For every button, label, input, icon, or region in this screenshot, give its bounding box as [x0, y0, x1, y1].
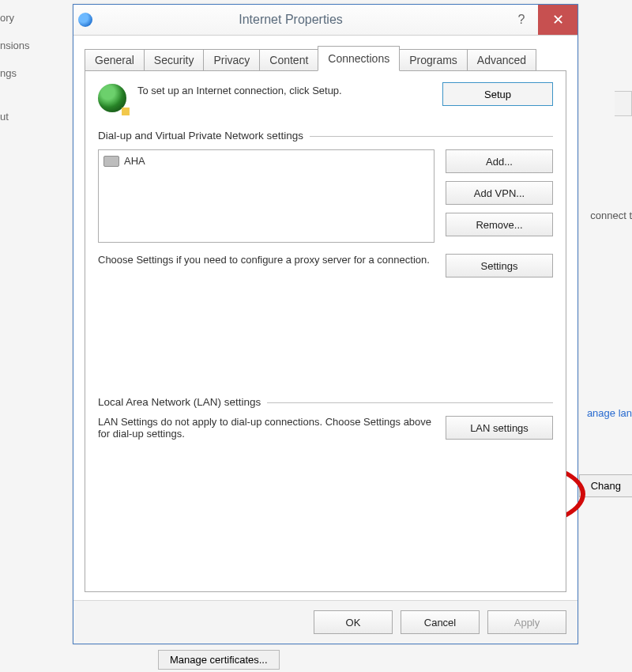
setup-description: To set up an Internet connection, click …: [137, 82, 431, 98]
globe-icon: [98, 84, 126, 112]
bg-item: nsions: [0, 32, 75, 59]
bg-item: ngs: [0, 59, 75, 87]
help-button[interactable]: ?: [505, 5, 538, 35]
dialog-footer: OK Cancel Apply: [73, 600, 577, 644]
background-sidebar: ory nsions ngs ut: [0, 4, 75, 130]
bg-link[interactable]: anage lan: [587, 407, 632, 419]
manage-certificates-button[interactable]: Manage certificates...: [158, 650, 280, 670]
lan-group-header: Local Area Network (LAN) settings: [98, 396, 553, 408]
dialup-group-label: Dial-up and Virtual Private Network sett…: [98, 130, 303, 142]
tab-general[interactable]: General: [85, 49, 145, 71]
lan-description: LAN Settings do not apply to dial-up con…: [98, 416, 434, 440]
bg-change-button[interactable]: Chang: [579, 474, 632, 497]
bg-item: ut: [0, 103, 75, 130]
add-vpn-button[interactable]: Add VPN...: [446, 181, 553, 205]
lan-group-label: Local Area Network (LAN) settings: [98, 396, 261, 408]
connections-listbox[interactable]: AHA: [98, 149, 434, 243]
apply-button[interactable]: Apply: [487, 610, 566, 634]
tab-advanced[interactable]: Advanced: [467, 49, 536, 71]
titlebar: Internet Properties ? ✕: [73, 5, 577, 36]
lan-settings-button[interactable]: LAN settings: [446, 416, 553, 440]
bg-item: ory: [0, 4, 75, 32]
bg-text: connect t: [590, 210, 632, 221]
internet-options-icon: [78, 13, 92, 27]
setup-button[interactable]: Setup: [442, 82, 553, 106]
add-button[interactable]: Add...: [446, 149, 553, 173]
list-item-label: AHA: [124, 155, 145, 167]
dialog-content: General Security Privacy Content Connect…: [73, 36, 577, 600]
proxy-description: Choose Settings if you need to configure…: [98, 254, 434, 266]
list-item[interactable]: AHA: [102, 153, 431, 168]
internet-properties-dialog: Internet Properties ? ✕ General Security…: [73, 4, 578, 644]
cancel-button[interactable]: Cancel: [401, 610, 480, 634]
tab-connections[interactable]: Connections: [318, 46, 400, 71]
tab-programs[interactable]: Programs: [399, 49, 468, 71]
tab-strip: General Security Privacy Content Connect…: [85, 45, 566, 70]
remove-button[interactable]: Remove...: [446, 213, 553, 236]
tab-security[interactable]: Security: [144, 49, 205, 71]
settings-button[interactable]: Settings: [446, 254, 553, 277]
tab-privacy[interactable]: Privacy: [203, 49, 260, 71]
dialup-group-header: Dial-up and Virtual Private Network sett…: [98, 130, 553, 142]
tab-content[interactable]: Content: [259, 49, 318, 71]
close-button[interactable]: ✕: [538, 5, 577, 35]
connections-panel: To set up an Internet connection, click …: [85, 70, 566, 592]
ok-button[interactable]: OK: [314, 610, 393, 634]
window-title: Internet Properties: [100, 13, 505, 27]
modem-icon: [103, 156, 119, 167]
